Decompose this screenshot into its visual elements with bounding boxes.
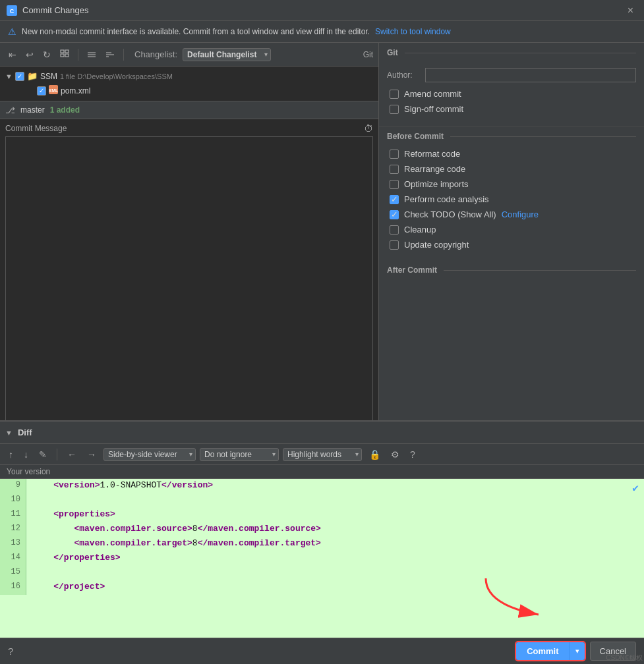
ignore-dropdown-wrapper[interactable]: Do not ignore — [200, 448, 279, 461]
line-content-13: <maven.compiler.target>8</maven.compiler… — [26, 537, 644, 551]
collapse-button[interactable] — [84, 47, 100, 62]
line-num-14: 14 — [0, 551, 26, 566]
code-line-13: 13 <maven.compiler.target>8</maven.compi… — [0, 537, 644, 551]
ignore-dropdown[interactable]: Do not ignore — [200, 448, 279, 461]
changelist-dropdown-wrapper[interactable]: Default Changelist — [183, 48, 271, 61]
check-todo-checkbox[interactable]: ✓ — [390, 210, 399, 219]
commit-message-header: Commit Message ⏱ — [5, 123, 373, 134]
update-copyright-row: Update copyright — [387, 240, 636, 250]
reformat-code-label: Reformat code — [404, 149, 460, 159]
line-num-11: 11 — [0, 508, 26, 522]
tree-root-row[interactable]: ▼ ✓ 📁 SSM 1 file D:\Develop\Workspaces\S… — [0, 69, 378, 83]
diff-collapse-button[interactable]: ▼ — [5, 429, 13, 437]
sign-off-commit-checkbox[interactable] — [390, 105, 399, 114]
update-copyright-checkbox[interactable] — [390, 240, 399, 250]
code-view[interactable]: ✔ 9 <version>1.0-SNAPSHOT</version> 10 1… — [0, 479, 644, 664]
svg-rect-5 — [65, 54, 69, 57]
close-button[interactable]: × — [624, 3, 637, 18]
diff-toolbar: ↑ ↓ ✎ ← → Side-by-side viewer Do not ign… — [0, 444, 644, 465]
refresh-button[interactable]: ↻ — [40, 47, 54, 62]
commit-button-group[interactable]: Commit ▾ — [516, 642, 584, 660]
author-row: Author: — [387, 68, 636, 82]
folder-icon: 📁 — [27, 71, 38, 81]
diff-sep-1 — [57, 449, 57, 460]
prev-change-button[interactable]: ← — [64, 447, 80, 462]
separator-1 — [78, 49, 78, 61]
line-num-9: 9 — [0, 479, 26, 493]
top-area: ⇤ ↩ ↻ Changelist: Default Changelist Git — [0, 43, 644, 437]
amend-commit-row: Amend commit — [387, 89, 636, 99]
line-content-16: </project> — [26, 580, 644, 595]
changelist-dropdown[interactable]: Default Changelist — [183, 48, 271, 61]
author-input[interactable] — [425, 68, 636, 82]
commit-button[interactable]: Commit — [516, 642, 569, 660]
changelist-label: Changelist: — [134, 49, 177, 59]
sort-button[interactable] — [102, 47, 118, 62]
git-section-label: Git — [387, 48, 398, 57]
viewer-dropdown-wrapper[interactable]: Side-by-side viewer — [103, 448, 196, 461]
separator-2 — [123, 49, 124, 61]
next-diff-button[interactable]: ↓ — [20, 447, 32, 462]
prev-diff-button[interactable]: ↑ — [5, 447, 16, 462]
diff-version-label: Your version — [0, 465, 644, 479]
switch-to-tool-window-link[interactable]: Switch to tool window — [375, 27, 451, 36]
before-commit-section: Reformat code Rearrange code Optimize im… — [379, 144, 644, 260]
commit-message-history-icon[interactable]: ⏱ — [364, 123, 373, 134]
info-banner: ⚠ New non-modal commit interface is avai… — [0, 21, 644, 43]
reformat-code-checkbox[interactable] — [390, 150, 399, 159]
svg-text:C: C — [10, 8, 15, 14]
git-label: Git — [363, 50, 373, 59]
highlight-dropdown[interactable]: Highlight words — [283, 448, 362, 461]
line-num-16: 16 — [0, 580, 26, 595]
highlight-dropdown-wrapper[interactable]: Highlight words — [283, 448, 362, 461]
svg-rect-2 — [61, 50, 64, 53]
next-change-button[interactable]: → — [84, 447, 100, 462]
right-panel: Git Author: Amend commit Sign-off commit… — [379, 43, 644, 437]
code-line-16: 16 </project> — [0, 580, 644, 595]
collapse-tree-button[interactable]: ▼ — [5, 72, 13, 80]
commit-message-input[interactable] — [5, 136, 373, 433]
line-num-12: 12 — [0, 522, 26, 537]
settings-diff-button[interactable]: ⚙ — [388, 447, 403, 462]
branch-icon: ⎇ — [5, 105, 15, 115]
file-checkbox[interactable]: ✓ — [37, 86, 46, 96]
configure-link[interactable]: Configure — [502, 209, 539, 219]
help-button[interactable]: ? — [8, 646, 13, 657]
amend-commit-checkbox[interactable] — [390, 90, 399, 99]
app-icon: C — [7, 5, 17, 16]
optimize-imports-checkbox[interactable] — [390, 180, 399, 189]
perform-code-analysis-row: ✓ Perform code analysis — [387, 194, 636, 204]
tree-file-row[interactable]: ✓ XML pom.xml — [13, 83, 378, 98]
title-bar: C Commit Changes × — [0, 0, 644, 21]
help-diff-button[interactable]: ? — [407, 447, 419, 462]
sign-off-commit-row: Sign-off commit — [387, 104, 636, 114]
group-button[interactable] — [57, 47, 73, 62]
git-header-line — [405, 53, 636, 53]
perform-code-analysis-checkbox[interactable]: ✓ — [390, 195, 399, 204]
svg-text:XML: XML — [49, 88, 58, 93]
undo-button[interactable]: ↩ — [22, 47, 37, 62]
bottom-buttons: ? Commit ▾ Cancel — [0, 638, 644, 664]
info-banner-text: New non-modal commit interface is availa… — [22, 27, 370, 36]
commit-message-label: Commit Message — [5, 124, 67, 133]
code-line-12: 12 <maven.compiler.source>8</maven.compi… — [0, 522, 644, 537]
file-tree: ▼ ✓ 📁 SSM 1 file D:\Develop\Workspaces\S… — [0, 67, 378, 101]
file-name: pom.xml — [61, 86, 90, 96]
diff-area: ▼ Diff ↑ ↓ ✎ ← → Side-by-side viewer Do … — [0, 420, 644, 664]
line-content-9: <version>1.0-SNAPSHOT</version> — [26, 479, 644, 493]
branch-name: master — [20, 105, 45, 115]
lock-icon-button[interactable]: 🔒 — [366, 447, 384, 462]
cancel-button[interactable]: Cancel — [590, 642, 636, 661]
cleanup-checkbox[interactable] — [390, 225, 399, 235]
after-commit-header: After Commit — [379, 260, 644, 277]
commit-dropdown-button[interactable]: ▾ — [570, 642, 585, 660]
viewer-dropdown[interactable]: Side-by-side viewer — [103, 448, 196, 461]
code-line-9: 9 <version>1.0-SNAPSHOT</version> — [0, 479, 644, 493]
xml-file-icon: XML — [49, 85, 58, 96]
edit-button[interactable]: ✎ — [36, 447, 50, 462]
diff-ok-icon: ✔ — [632, 482, 639, 495]
expand-all-button[interactable]: ⇤ — [5, 47, 20, 62]
rearrange-code-checkbox[interactable] — [390, 165, 399, 174]
root-checkbox[interactable]: ✓ — [15, 72, 24, 81]
line-content-11: <properties> — [26, 508, 644, 522]
